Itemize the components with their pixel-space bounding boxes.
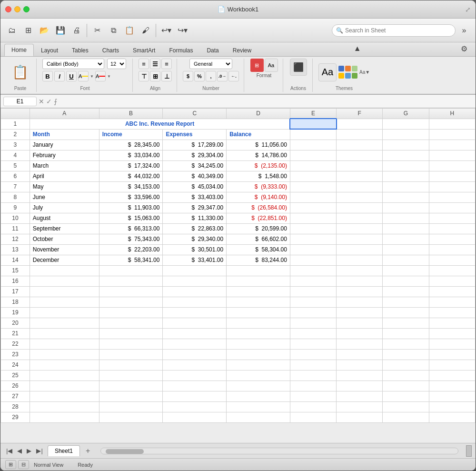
cell-G8[interactable]	[383, 192, 429, 202]
cell-F4[interactable]	[337, 150, 383, 160]
cell-E5[interactable]	[290, 160, 336, 171]
cell-D4[interactable]: $ 14,786.00	[227, 150, 290, 160]
underline-button[interactable]: U	[66, 71, 77, 81]
tab-tables[interactable]: Tables	[65, 45, 95, 56]
cell-B6[interactable]: $ 44,032.00	[99, 171, 163, 181]
sheet-tab-sheet1[interactable]: Sheet1	[48, 445, 80, 456]
insert-function-icon[interactable]: ⨍	[54, 98, 57, 105]
formula-input[interactable]	[59, 98, 473, 105]
cell-F2[interactable]	[337, 129, 383, 140]
cell-H7[interactable]	[429, 181, 475, 192]
percent-button[interactable]: %	[194, 71, 205, 81]
cell-F13[interactable]	[337, 244, 383, 255]
cell-F3[interactable]	[337, 140, 383, 150]
cell-H8[interactable]	[429, 192, 475, 202]
cell-B4[interactable]: $ 33,034.00	[99, 150, 163, 160]
cell-F6[interactable]	[337, 171, 383, 181]
cell-F8[interactable]	[337, 192, 383, 202]
cell-H3[interactable]	[429, 140, 475, 150]
cell-C6[interactable]: $ 40,349.00	[163, 171, 227, 181]
cell-E6[interactable]	[290, 171, 336, 181]
cell-H14[interactable]	[429, 255, 475, 265]
redo-dropdown-button[interactable]: ↪▾	[175, 23, 190, 38]
cell-F9[interactable]	[337, 202, 383, 213]
cell-D7[interactable]: $ (9,333.00)	[227, 181, 290, 192]
cell-B14[interactable]: $ 58,341.00	[99, 255, 163, 265]
cell-B2[interactable]: Income	[99, 129, 163, 140]
col-header-G[interactable]: G	[383, 109, 429, 119]
cell-F10[interactable]	[337, 213, 383, 223]
cell-D13[interactable]: $ 58,304.00	[227, 244, 290, 255]
cell-H2[interactable]	[429, 129, 475, 140]
scrollbar-thumb[interactable]	[106, 449, 144, 454]
conditional-format-button[interactable]: ⊞	[250, 59, 264, 72]
align-middle-button[interactable]: ⊞	[150, 71, 160, 81]
cell-G9[interactable]	[383, 202, 429, 213]
cell-A2[interactable]: Month	[30, 129, 99, 140]
theme-color-3[interactable]	[352, 66, 357, 71]
tab-layout[interactable]: Layout	[34, 45, 65, 56]
font-color-button[interactable]: A	[95, 71, 106, 81]
styles-button[interactable]: Aa	[265, 59, 278, 72]
col-header-H[interactable]: H	[429, 109, 475, 119]
resize-icon[interactable]: ⤢	[465, 6, 471, 13]
cell-F5[interactable]	[337, 160, 383, 171]
undo-dropdown-button[interactable]: ↩▾	[159, 23, 174, 38]
cell-D12[interactable]: $ 66,602.00	[227, 234, 290, 244]
cell-B12[interactable]: $ 75,343.00	[99, 234, 163, 244]
cell-C9[interactable]: $ 29,347.00	[163, 202, 227, 213]
cell-H9[interactable]	[429, 202, 475, 213]
horizontal-scrollbar[interactable]	[100, 448, 458, 454]
cell-F11[interactable]	[337, 223, 383, 234]
gallery-button[interactable]: ⊞	[20, 23, 36, 38]
comma-button[interactable]: ,	[206, 71, 216, 81]
cell-D5[interactable]: $ (2,135.00)	[227, 160, 290, 171]
cell-G3[interactable]	[383, 140, 429, 150]
themes-icon[interactable]: Aa	[318, 63, 337, 81]
cell-C5[interactable]: $ 34,245.00	[163, 160, 227, 171]
scroll-resize-handle[interactable]	[466, 445, 472, 457]
open-button[interactable]: 📂	[37, 23, 52, 38]
cell-G12[interactable]	[383, 234, 429, 244]
cell-E8[interactable]	[290, 192, 336, 202]
cell-D2[interactable]: Balance	[227, 129, 290, 140]
cell-C11[interactable]: $ 22,863.00	[163, 223, 227, 234]
cancel-formula-icon[interactable]: ✕	[39, 98, 44, 105]
more-button[interactable]: »	[456, 23, 472, 38]
cell-A14[interactable]: December	[30, 255, 99, 265]
cell-H1[interactable]	[429, 119, 475, 129]
cell-H6[interactable]	[429, 171, 475, 181]
cells-icon[interactable]: ⬛	[290, 59, 307, 76]
sheet-next-button[interactable]: ▶	[25, 446, 33, 455]
sheet-scroll[interactable]: A B C D E F G H 1 ABC Inc. Revenue Repor…	[0, 108, 476, 443]
bold-button[interactable]: B	[42, 71, 53, 81]
tab-charts[interactable]: Charts	[96, 45, 126, 56]
cell-E7[interactable]	[290, 181, 336, 192]
decrease-decimal-button[interactable]: ←.	[228, 71, 239, 81]
cell-D10[interactable]: $ (22,851.00)	[227, 213, 290, 223]
view-layout-button[interactable]: ⊟	[18, 460, 29, 469]
col-header-A[interactable]: A	[30, 109, 99, 119]
cell-F14[interactable]	[337, 255, 383, 265]
col-header-D[interactable]: D	[227, 109, 290, 119]
cell-C4[interactable]: $ 29,304.00	[163, 150, 227, 160]
highlight-color-button[interactable]: A	[78, 71, 89, 81]
cell-F7[interactable]	[337, 181, 383, 192]
col-header-F[interactable]: F	[337, 109, 383, 119]
italic-button[interactable]: I	[54, 71, 65, 81]
tab-smartart[interactable]: SmartArt	[126, 45, 162, 56]
cell-B5[interactable]: $ 17,324.00	[99, 160, 163, 171]
cell-G13[interactable]	[383, 244, 429, 255]
col-header-C[interactable]: C	[163, 109, 227, 119]
ribbon-expand-button[interactable]: ▲	[350, 41, 365, 56]
theme-color-4[interactable]	[338, 73, 344, 79]
cell-B11[interactable]: $ 66,313.00	[99, 223, 163, 234]
cell-E1[interactable]	[290, 119, 336, 129]
cell-H13[interactable]	[429, 244, 475, 255]
cell-C10[interactable]: $ 11,330.00	[163, 213, 227, 223]
align-right-button[interactable]: ≡	[161, 59, 172, 69]
align-top-button[interactable]: ⊤	[139, 71, 149, 81]
cell-G6[interactable]	[383, 171, 429, 181]
search-box[interactable]: 🔍	[332, 24, 456, 37]
cell-E13[interactable]	[290, 244, 336, 255]
